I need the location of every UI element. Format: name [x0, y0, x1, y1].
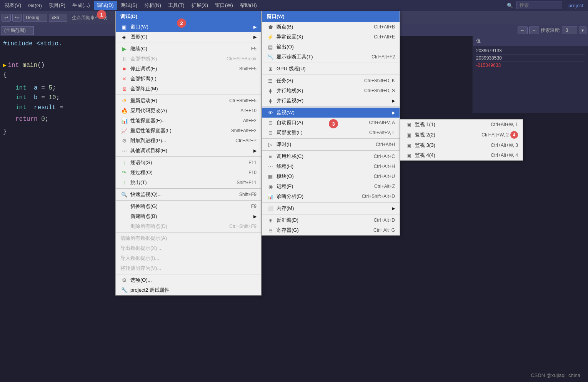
menu-project[interactable]: 项目(P)	[46, 1, 68, 10]
menu-item-deleteallbp[interactable]: 删除所有断点(D) Ctrl+Shift+F9	[116, 221, 261, 231]
menu-item-newbp[interactable]: 新建断点(B) ▶	[116, 211, 261, 221]
lifecycle-label: 生命周期事件	[72, 15, 100, 21]
menu-item-breakall[interactable]: ⏸ 全部中断(K) Ctrl+Alt+Break	[116, 54, 261, 64]
menu-test[interactable]: 测试(S)	[118, 1, 140, 10]
menu-item-projdebug[interactable]: 🔧 project2 调试属性	[116, 285, 261, 295]
watch-item-3[interactable]: ▣ 监视 3(3) Ctrl+Alt+W, 3	[400, 140, 523, 150]
menu-item-continue[interactable]: ▶ 继续(C) F5	[116, 44, 261, 54]
win-item-modules[interactable]: ▦ 模块(O) Ctrl+Alt+U	[262, 171, 400, 181]
menu-item-perfrestart[interactable]: 📈 重启性能探查器(L) Shift+Alt+F2	[116, 126, 261, 136]
toolbar-redo[interactable]: ↪	[12, 14, 22, 22]
menu-item-stepout[interactable]: ↑ 跳出(T) Shift+F11	[116, 178, 261, 188]
menu-tools[interactable]: 工具(T)	[165, 1, 188, 10]
win-item-diaganalysis[interactable]: 📊 诊断分析(D) Ctrl+Shift+Alt+D	[262, 191, 400, 201]
separator-6	[116, 232, 261, 233]
search-depth-up[interactable]: ▾	[579, 27, 586, 34]
menu-item-savedump[interactable]: 将转储另存为(V)...	[116, 263, 261, 273]
gpu-icon: ⊞	[267, 66, 274, 72]
win-item-diagtools[interactable]: 📉 显示诊断工具(T) Ctrl+Alt+F2	[262, 52, 400, 62]
win-sep-7	[262, 214, 400, 214]
pause-icon: ⏸	[120, 56, 128, 62]
win-item-registers[interactable]: ⊟ 寄存器(G) Ctrl+Alt+G	[262, 225, 400, 235]
menu-item-stopdebug[interactable]: ■ 停止调试(E) Shift+F5	[116, 64, 261, 74]
win-item-disassembly[interactable]: ⊞ 反汇编(D) Ctrl+Alt+D	[262, 215, 400, 225]
menu-item-perf[interactable]: 📊 性能探查器(F)... Alt+F2	[116, 116, 261, 126]
win-sep-4	[262, 138, 400, 139]
menu-item-togglebp[interactable]: 切换断点(G) F9	[116, 201, 261, 211]
win-item-watch[interactable]: 👁 监视(W) ▶	[262, 108, 400, 118]
platform-dropdown[interactable]: x86	[49, 14, 67, 22]
win-item-locals[interactable]: ⊡ 局部变量(L) Ctrl+Alt+V, L	[262, 128, 400, 138]
menu-item-graphics[interactable]: ◈ 图形(C) ▶	[116, 32, 261, 42]
menu-view[interactable]: 视图(V)	[2, 1, 24, 10]
code-line-brace-close: }	[3, 127, 116, 137]
win-item-output[interactable]: ▤ 输出(O)	[262, 42, 400, 52]
win-item-memory[interactable]: ⬜ 内存(M) ▶	[262, 203, 400, 213]
code-line-a: int a = 5;	[3, 83, 116, 93]
separator-5	[116, 200, 261, 201]
menu-item-stepinto[interactable]: ↓ 逐语句(S) F11	[116, 158, 261, 168]
debug-config-dropdown[interactable]: Debug	[23, 14, 47, 22]
separator-1	[116, 43, 261, 43]
graphics-submenu-arrow: ▶	[253, 35, 257, 40]
memory-arrow: ▶	[392, 206, 395, 211]
menu-item-detach[interactable]: ✕ 全部拆离(L)	[116, 74, 261, 84]
menu-window[interactable]: 窗口(W)	[212, 1, 236, 10]
win-item-tasks[interactable]: ☰ 任务(S) Ctrl+Shift+D, K	[262, 76, 400, 86]
watch2-shortcut-text: Ctrl+Alt+W, 2	[481, 132, 509, 138]
quickwatch-icon: 🔍	[120, 192, 128, 198]
window-submenu[interactable]: 窗口(W) ⬟ 断点(B) Ctrl+Alt+B ⚡ 异常设置(X) Ctrl+…	[262, 11, 400, 236]
menu-item-hotreload[interactable]: 🔥 应用代码更改(A) Alt+F10	[116, 106, 261, 116]
menu-item-stepover[interactable]: ↷ 逐过程(O) F10	[116, 168, 261, 178]
search-depth-input[interactable]	[562, 27, 577, 34]
auto-icon: ⊡	[267, 120, 274, 126]
menu-item-quickwatch[interactable]: 🔍 快速监视(Q)... Shift+F9	[116, 189, 261, 199]
menu-item-cleardatatips[interactable]: 清除所有数据提示(A)	[116, 233, 261, 243]
menu-extensions[interactable]: 扩展(X)	[188, 1, 211, 10]
nav-forward-btn[interactable]: →	[529, 27, 539, 34]
nav-back-btn[interactable]: ←	[518, 27, 528, 34]
menu-help[interactable]: 帮助(H)	[237, 1, 260, 10]
menu-item-terminate[interactable]: ⊠ 全部终止(M)	[116, 84, 261, 94]
window-submenu-header: 窗口(W)	[262, 11, 400, 22]
win-item-callstack[interactable]: ≡ 调用堆栈(C) Ctrl+Alt+C	[262, 151, 400, 161]
watch-submenu[interactable]: ▣ 监视 1(1) Ctrl+Alt+W, 1 ▣ 监视 2(2) Ctrl+A…	[400, 119, 523, 161]
menu-item-restart[interactable]: ↺ 重新启动(R) Ctrl+Shift+F5	[116, 96, 261, 106]
win-item-immediate[interactable]: ▷ 即时(I) Ctrl+Alt+I	[262, 140, 400, 149]
menu-item-exportdatatips[interactable]: 导出数据提示(X) ...	[116, 243, 261, 253]
menu-git[interactable]: Git(G)	[25, 2, 45, 10]
exception-icon: ⚡	[267, 34, 274, 40]
watch-item-1[interactable]: ▣ 监视 1(1) Ctrl+Alt+W, 1	[400, 120, 523, 130]
watch-item-2[interactable]: ▣ 监视 2(2) Ctrl+Alt+W, 2 4	[400, 130, 523, 140]
options-icon: ⚙	[120, 277, 128, 283]
watch-item-4[interactable]: ▣ 监视 4(4) Ctrl+Alt+W, 4	[400, 150, 523, 160]
task-icon: ☰	[267, 78, 274, 84]
locals-icon: ⊡	[267, 130, 274, 136]
menu-item-options[interactable]: ⚙ 选项(O)...	[116, 275, 261, 285]
menu-debug[interactable]: 调试(D)	[94, 1, 117, 10]
value-row-2: 2039938530	[476, 55, 585, 62]
thread-label: 线	[103, 15, 107, 21]
scope-dropdown[interactable]: (全局范围)	[2, 26, 34, 35]
win-item-autos[interactable]: ⊡ 自动窗口(A) Ctrl+Alt+V, A	[262, 118, 400, 128]
menu-item-othertargets[interactable]: ⋯ 其他调试目标(H) ▶	[116, 146, 261, 156]
menu-analyze[interactable]: 分析(N)	[141, 1, 164, 10]
debug-menu[interactable]: 调试(D) ▣ 窗口(W) ▶ ◈ 图形(C) ▶ ▶ 继续(C) F5 ⏸ 全…	[115, 11, 262, 296]
search-input[interactable]	[516, 2, 562, 9]
win-item-gputhreads[interactable]: ⊞ GPU 线程(U)	[262, 64, 400, 74]
menu-item-importdatatips[interactable]: 导入数据提示(I)...	[116, 253, 261, 263]
win-item-threads[interactable]: ⋯ 线程(H) Ctrl+Alt+H	[262, 161, 400, 171]
line-indicator: ▶	[3, 61, 6, 70]
menu-item-window[interactable]: ▣ 窗口(W) ▶	[116, 22, 261, 32]
toolbar-undo[interactable]: ↩	[2, 14, 11, 22]
win-item-exceptions[interactable]: ⚡ 异常设置(X) Ctrl+Alt+E	[262, 32, 400, 42]
menu-build[interactable]: 生成(...)	[69, 1, 93, 10]
win-item-parallelstack[interactable]: ⧫ 并行堆栈(K) Ctrl+Shift+D, S	[262, 86, 400, 96]
watch4-icon: ▣	[405, 153, 413, 158]
badge-4: 4	[510, 131, 518, 139]
win-sep-3	[262, 106, 400, 107]
win-item-parallelwatch[interactable]: ⧫ 并行监视(R) ▶	[262, 96, 400, 106]
win-item-breakpoints[interactable]: ⬟ 断点(B) Ctrl+Alt+B	[262, 22, 400, 32]
win-item-processes[interactable]: ◉ 进程(P) Ctrl+Alt+Z	[262, 181, 400, 191]
menu-item-attach[interactable]: ⚙ 附加到进程(P)... Ctrl+Alt+P	[116, 136, 261, 146]
